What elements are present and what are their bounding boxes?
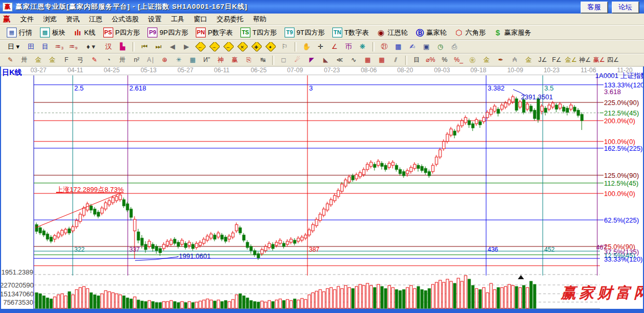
- winner-wheel-button[interactable]: Ⓑ赢家轮: [414, 27, 448, 38]
- t-square-button[interactable]: TST四方形: [239, 27, 278, 38]
- si-angle-tool[interactable]: 四∠: [607, 55, 619, 66]
- menu-item-5[interactable]: 设置: [143, 14, 166, 25]
- menu-item-8[interactable]: 交易委托: [212, 14, 248, 25]
- brain-tool[interactable]: ❋: [357, 42, 368, 52]
- menu-item-3[interactable]: 江恩: [84, 14, 107, 25]
- width-tool[interactable]: ↹: [257, 55, 269, 66]
- kline-button[interactable]: ılıK线: [72, 27, 97, 38]
- first-page-button[interactable]: ⏮: [139, 42, 150, 52]
- menu-item-6[interactable]: 工具: [166, 14, 189, 25]
- dark-fan-tool[interactable]: ◣: [319, 55, 332, 66]
- prev-button[interactable]: ◀: [167, 42, 178, 52]
- menu-item-4[interactable]: 公式选股: [107, 14, 143, 25]
- star-grid-tool[interactable]: ✳: [172, 55, 185, 66]
- world-clock-icon[interactable]: ◷: [435, 42, 446, 52]
- j-angle-tool[interactable]: J∠: [536, 55, 549, 66]
- flag-icon[interactable]: ⚐: [279, 42, 290, 52]
- menu-item-9[interactable]: 帮助: [248, 14, 271, 25]
- calculator-icon[interactable]: ▦: [393, 42, 404, 52]
- gold-fence2-tool[interactable]: 金: [46, 55, 59, 66]
- hand-tool[interactable]: ✋: [301, 42, 312, 52]
- zoom-right-diamond[interactable]: →: [209, 42, 220, 52]
- gann-ratio-label: 3: [309, 85, 313, 92]
- menu-item-2[interactable]: 资讯: [61, 14, 84, 25]
- gold-circle-tool[interactable]: ㊎: [466, 55, 479, 66]
- circle-cross-tool[interactable]: ⊕: [158, 55, 171, 66]
- winner-service-button[interactable]: $赢家服务: [492, 27, 533, 38]
- grid-red-tool[interactable]: ▦: [361, 55, 374, 66]
- n2-fence-tool[interactable]: n²: [130, 55, 143, 66]
- fence-tool[interactable]: 卅: [18, 55, 31, 66]
- multi-chart-icon[interactable]: 田: [25, 42, 37, 52]
- info-panel-icon[interactable]: 目: [39, 42, 51, 52]
- histogram-icon[interactable]: ▙: [117, 42, 128, 52]
- quotes-button[interactable]: ▦行情: [5, 27, 34, 38]
- ink-brush-tool[interactable]: ✒: [494, 55, 507, 66]
- p-number-table-button[interactable]: PNP数字表: [194, 27, 234, 38]
- zoom-h-diamond[interactable]: ↔: [223, 42, 234, 52]
- a-line-tool[interactable]: A∣: [144, 55, 157, 66]
- print-icon[interactable]: ⎙: [449, 42, 460, 52]
- angle-measure-tool[interactable]: ∠: [329, 42, 340, 52]
- box-corner-tool[interactable]: ◻: [277, 55, 290, 66]
- gann-wheel-button[interactable]: ◉江恩轮: [375, 27, 409, 38]
- 9p-square-button[interactable]: P99P四方形: [146, 27, 190, 38]
- v-wave-tool[interactable]: ∿: [347, 55, 360, 66]
- candle-style-selector[interactable]: ♦ ▾: [82, 42, 100, 52]
- gold-underline-tool[interactable]: 金: [522, 55, 535, 66]
- red-fan-tool[interactable]: ☄: [291, 55, 304, 66]
- p-square-button[interactable]: PSP四方形: [102, 27, 142, 38]
- f-fence-tool[interactable]: F: [60, 55, 73, 66]
- notepad-icon[interactable]: ✍: [407, 42, 418, 52]
- hexagon-button[interactable]: ⬡六角形: [453, 27, 487, 38]
- angle-lines-tool[interactable]: ≪: [333, 55, 346, 66]
- shen-angle-tool[interactable]: 神∠: [579, 55, 591, 66]
- percent-tool[interactable]: %: [438, 55, 451, 66]
- zoom-x-diamond[interactable]: ✕: [237, 42, 248, 52]
- 9t-square-button[interactable]: T99T四方形: [283, 27, 326, 38]
- wave-a-tool[interactable]: ₳: [508, 55, 521, 66]
- gold-line-tool[interactable]: 金: [480, 55, 493, 66]
- ruler-123-tool[interactable]: ⎘: [243, 55, 255, 66]
- fence2-tool[interactable]: 卅: [116, 55, 129, 66]
- calendar-icon[interactable]: ㉑: [379, 42, 390, 52]
- save-icon[interactable]: ▣: [421, 42, 432, 52]
- slant-lines-tool[interactable]: ⫽: [390, 55, 402, 66]
- period-day-selector[interactable]: 日 ▾: [4, 42, 23, 52]
- menu-item-0[interactable]: 文件: [16, 14, 38, 25]
- gann-shape-tool[interactable]: 币: [343, 42, 354, 52]
- gold-fence-tool[interactable]: 金: [32, 55, 45, 66]
- menu-item-1[interactable]: 浏览: [38, 14, 61, 25]
- bars9-icon[interactable]: ♒₉: [68, 42, 79, 52]
- percent-line-tool[interactable]: %_: [452, 55, 465, 66]
- purple-fan-tool[interactable]: ◤: [305, 55, 318, 66]
- menu-item-7[interactable]: 窗口: [189, 14, 212, 25]
- red-pen-tool[interactable]: ✎: [88, 55, 101, 66]
- clock-fence-tool[interactable]: ◔: [102, 55, 115, 66]
- spiral-fence-tool[interactable]: 弓: [74, 55, 87, 66]
- gold-angle-tool[interactable]: 金∠: [565, 55, 577, 66]
- grid-arrow-tool[interactable]: ▦: [375, 55, 388, 66]
- crosshair-tool[interactable]: ✛: [315, 42, 326, 52]
- t-percent-tool[interactable]: ⌀%: [424, 55, 437, 66]
- web-grid-tool[interactable]: ▦: [186, 55, 199, 66]
- zoom-plus-diamond[interactable]: ✚: [251, 42, 262, 52]
- t-number-table-button[interactable]: TNT数字表: [331, 27, 370, 38]
- sectors-button[interactable]: ▩板块: [38, 27, 67, 38]
- pen-tool[interactable]: ✎: [4, 55, 17, 66]
- n-quote-tool[interactable]: И": [200, 55, 213, 66]
- next-button[interactable]: ▶: [181, 42, 192, 52]
- last-page-button[interactable]: ⏭: [153, 42, 164, 52]
- symbol-label: 1A0001 上证指数: [595, 72, 644, 79]
- list-percent-tool[interactable]: 目: [410, 55, 423, 66]
- win-fence-tool[interactable]: 赢: [229, 55, 241, 66]
- customer-service-button[interactable]: 客服: [581, 2, 608, 13]
- win-angle-tool[interactable]: 赢∠: [593, 55, 605, 66]
- zoom-left-diamond[interactable]: ←: [195, 42, 206, 52]
- forum-button[interactable]: 论坛: [612, 2, 639, 13]
- bars3-icon[interactable]: ♒₃: [53, 42, 65, 52]
- f-angle-tool[interactable]: F∠: [551, 55, 563, 66]
- chinese-mode-icon[interactable]: 汉: [103, 42, 114, 52]
- zoom-all-diamond[interactable]: ✦: [265, 42, 276, 52]
- shen-fence-tool[interactable]: 神: [214, 55, 227, 66]
